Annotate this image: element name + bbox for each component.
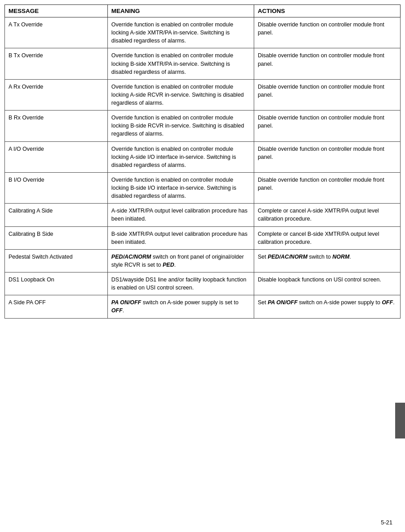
table-row: Calibrating A SideA-side XMTR/PA output … bbox=[5, 204, 401, 226]
cell-message: A Side PA OFF bbox=[5, 295, 108, 318]
cell-actions: Complete or cancel A-side XMTR/PA output… bbox=[254, 204, 400, 226]
cell-actions: Disable override function on controller … bbox=[254, 79, 400, 110]
cell-actions: Set PED/AC/NORM switch to NORM. bbox=[254, 249, 400, 272]
cell-message: A Rx Override bbox=[5, 79, 108, 110]
cell-meaning: Override function is enabled on controll… bbox=[107, 111, 254, 141]
cell-meaning: Override function is enabled on controll… bbox=[107, 172, 254, 203]
cell-message: Calibrating B Side bbox=[5, 226, 108, 249]
cell-actions: Disable override function on controller … bbox=[254, 172, 400, 203]
table-row: B Tx OverrideOverride function is enable… bbox=[5, 48, 401, 79]
cell-actions: Disable override function on controller … bbox=[254, 17, 400, 48]
cell-meaning: A-side XMTR/PA output level calibration … bbox=[107, 204, 254, 226]
table-row: A I/O OverrideOverride function is enabl… bbox=[5, 141, 401, 172]
table-row: A Rx OverrideOverride function is enable… bbox=[5, 79, 401, 110]
cell-actions: Disable override function on controller … bbox=[254, 111, 400, 141]
cell-meaning: DS1/wayside DS1 line and/or facility loo… bbox=[107, 272, 254, 295]
cell-actions: Disable override function on controller … bbox=[254, 141, 400, 172]
cell-message: Calibrating A Side bbox=[5, 204, 108, 226]
table-row: B Rx OverrideOverride function is enable… bbox=[5, 111, 401, 141]
cell-meaning: Override function is enabled on controll… bbox=[107, 79, 254, 110]
main-table: MESSAGE MEANING ACTIONS A Tx OverrideOve… bbox=[4, 4, 401, 319]
cell-message: DS1 Loopback On bbox=[5, 272, 108, 295]
table-row: B I/O OverrideOverride function is enabl… bbox=[5, 172, 401, 203]
cell-meaning: B-side XMTR/PA output level calibration … bbox=[107, 226, 254, 249]
cell-actions: Disable loopback functions on USI contro… bbox=[254, 272, 400, 295]
cell-meaning: Override function is enabled on controll… bbox=[107, 141, 254, 172]
sidebar-tab bbox=[395, 403, 405, 438]
table-row: DS1 Loopback OnDS1/wayside DS1 line and/… bbox=[5, 272, 401, 295]
cell-message: A I/O Override bbox=[5, 141, 108, 172]
cell-meaning: Override function is enabled on controll… bbox=[107, 17, 254, 48]
cell-actions: Set PA ON/OFF switch on A-side power sup… bbox=[254, 295, 400, 318]
cell-message: A Tx Override bbox=[5, 17, 108, 48]
table-row: Calibrating B SideB-side XMTR/PA output … bbox=[5, 226, 401, 249]
cell-meaning: PA ON/OFF switch on A-side power supply … bbox=[107, 295, 254, 318]
table-row: A Side PA OFFPA ON/OFF switch on A-side … bbox=[5, 295, 401, 318]
cell-message: Pedestal Switch Activated bbox=[5, 249, 108, 272]
header-message: MESSAGE bbox=[5, 5, 108, 17]
table-row: A Tx OverrideOverride function is enable… bbox=[5, 17, 401, 48]
header-meaning: MEANING bbox=[107, 5, 254, 17]
cell-meaning: Override function is enabled on controll… bbox=[107, 48, 254, 79]
page-number: 5-21 bbox=[381, 519, 392, 526]
cell-message: B Rx Override bbox=[5, 111, 108, 141]
table-header-row: MESSAGE MEANING ACTIONS bbox=[5, 5, 401, 17]
cell-meaning: PED/AC/NORM switch on front panel of ori… bbox=[107, 249, 254, 272]
cell-message: B I/O Override bbox=[5, 172, 108, 203]
table-row: Pedestal Switch ActivatedPED/AC/NORM swi… bbox=[5, 249, 401, 272]
cell-actions: Disable override function on controller … bbox=[254, 48, 400, 79]
cell-actions: Complete or cancel B-side XMTR/PA output… bbox=[254, 226, 400, 249]
page-container: MESSAGE MEANING ACTIONS A Tx OverrideOve… bbox=[0, 0, 405, 532]
header-actions: ACTIONS bbox=[254, 5, 400, 17]
cell-message: B Tx Override bbox=[5, 48, 108, 79]
